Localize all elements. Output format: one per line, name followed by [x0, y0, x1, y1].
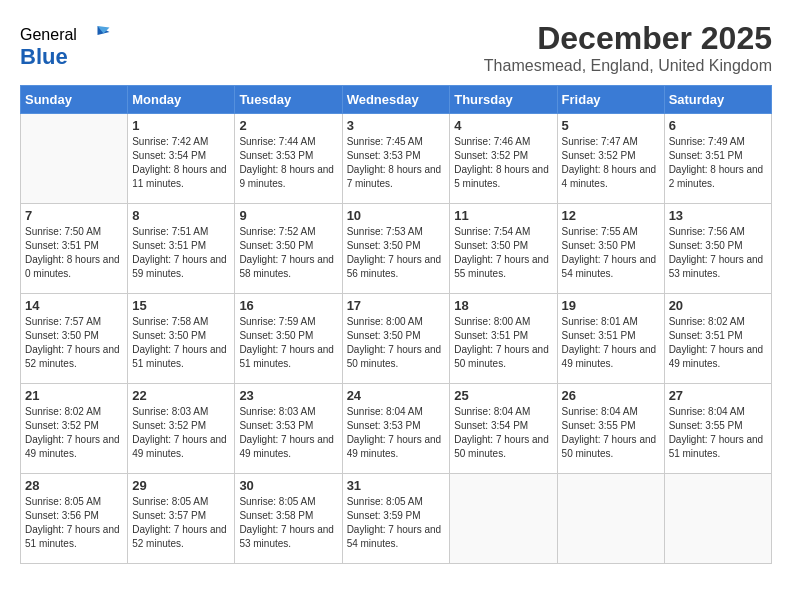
day-number: 3 [347, 118, 446, 133]
calendar-day [557, 474, 664, 564]
weekday-header-friday: Friday [557, 86, 664, 114]
logo-general: General [20, 26, 77, 44]
calendar-day: 13Sunrise: 7:56 AMSunset: 3:50 PMDayligh… [664, 204, 771, 294]
weekday-header-saturday: Saturday [664, 86, 771, 114]
calendar-day: 21Sunrise: 8:02 AMSunset: 3:52 PMDayligh… [21, 384, 128, 474]
calendar-week-4: 21Sunrise: 8:02 AMSunset: 3:52 PMDayligh… [21, 384, 772, 474]
day-number: 9 [239, 208, 337, 223]
weekday-header-monday: Monday [128, 86, 235, 114]
day-number: 6 [669, 118, 767, 133]
day-number: 31 [347, 478, 446, 493]
calendar-day: 24Sunrise: 8:04 AMSunset: 3:53 PMDayligh… [342, 384, 450, 474]
day-info: Sunrise: 8:04 AMSunset: 3:55 PMDaylight:… [669, 405, 767, 461]
calendar-week-2: 7Sunrise: 7:50 AMSunset: 3:51 PMDaylight… [21, 204, 772, 294]
logo: General Blue [20, 20, 111, 70]
title-section: December 2025 Thamesmead, England, Unite… [484, 20, 772, 75]
day-number: 18 [454, 298, 552, 313]
day-info: Sunrise: 8:05 AMSunset: 3:59 PMDaylight:… [347, 495, 446, 551]
day-info: Sunrise: 8:03 AMSunset: 3:53 PMDaylight:… [239, 405, 337, 461]
day-number: 28 [25, 478, 123, 493]
day-number: 7 [25, 208, 123, 223]
day-info: Sunrise: 8:02 AMSunset: 3:51 PMDaylight:… [669, 315, 767, 371]
day-info: Sunrise: 8:00 AMSunset: 3:50 PMDaylight:… [347, 315, 446, 371]
calendar-day: 23Sunrise: 8:03 AMSunset: 3:53 PMDayligh… [235, 384, 342, 474]
calendar-day: 27Sunrise: 8:04 AMSunset: 3:55 PMDayligh… [664, 384, 771, 474]
calendar-day: 7Sunrise: 7:50 AMSunset: 3:51 PMDaylight… [21, 204, 128, 294]
weekday-header-wednesday: Wednesday [342, 86, 450, 114]
calendar-day: 8Sunrise: 7:51 AMSunset: 3:51 PMDaylight… [128, 204, 235, 294]
calendar-day: 11Sunrise: 7:54 AMSunset: 3:50 PMDayligh… [450, 204, 557, 294]
day-number: 27 [669, 388, 767, 403]
calendar-day: 10Sunrise: 7:53 AMSunset: 3:50 PMDayligh… [342, 204, 450, 294]
calendar-day: 12Sunrise: 7:55 AMSunset: 3:50 PMDayligh… [557, 204, 664, 294]
calendar-day: 14Sunrise: 7:57 AMSunset: 3:50 PMDayligh… [21, 294, 128, 384]
calendar-day: 20Sunrise: 8:02 AMSunset: 3:51 PMDayligh… [664, 294, 771, 384]
calendar-day: 25Sunrise: 8:04 AMSunset: 3:54 PMDayligh… [450, 384, 557, 474]
calendar-day: 18Sunrise: 8:00 AMSunset: 3:51 PMDayligh… [450, 294, 557, 384]
logo-bird-icon [81, 20, 111, 50]
calendar-day: 2Sunrise: 7:44 AMSunset: 3:53 PMDaylight… [235, 114, 342, 204]
day-info: Sunrise: 7:53 AMSunset: 3:50 PMDaylight:… [347, 225, 446, 281]
calendar-week-3: 14Sunrise: 7:57 AMSunset: 3:50 PMDayligh… [21, 294, 772, 384]
day-number: 19 [562, 298, 660, 313]
day-info: Sunrise: 8:04 AMSunset: 3:53 PMDaylight:… [347, 405, 446, 461]
calendar-day [450, 474, 557, 564]
day-info: Sunrise: 7:51 AMSunset: 3:51 PMDaylight:… [132, 225, 230, 281]
weekday-header-tuesday: Tuesday [235, 86, 342, 114]
calendar-day: 9Sunrise: 7:52 AMSunset: 3:50 PMDaylight… [235, 204, 342, 294]
weekday-header-thursday: Thursday [450, 86, 557, 114]
day-info: Sunrise: 7:47 AMSunset: 3:52 PMDaylight:… [562, 135, 660, 191]
day-info: Sunrise: 8:03 AMSunset: 3:52 PMDaylight:… [132, 405, 230, 461]
calendar-week-5: 28Sunrise: 8:05 AMSunset: 3:56 PMDayligh… [21, 474, 772, 564]
calendar-day: 6Sunrise: 7:49 AMSunset: 3:51 PMDaylight… [664, 114, 771, 204]
calendar-day: 19Sunrise: 8:01 AMSunset: 3:51 PMDayligh… [557, 294, 664, 384]
day-info: Sunrise: 7:46 AMSunset: 3:52 PMDaylight:… [454, 135, 552, 191]
day-number: 8 [132, 208, 230, 223]
day-info: Sunrise: 7:45 AMSunset: 3:53 PMDaylight:… [347, 135, 446, 191]
day-number: 12 [562, 208, 660, 223]
day-number: 21 [25, 388, 123, 403]
calendar-day: 22Sunrise: 8:03 AMSunset: 3:52 PMDayligh… [128, 384, 235, 474]
day-number: 11 [454, 208, 552, 223]
calendar-day: 5Sunrise: 7:47 AMSunset: 3:52 PMDaylight… [557, 114, 664, 204]
day-number: 14 [25, 298, 123, 313]
calendar-day: 31Sunrise: 8:05 AMSunset: 3:59 PMDayligh… [342, 474, 450, 564]
day-info: Sunrise: 7:57 AMSunset: 3:50 PMDaylight:… [25, 315, 123, 371]
calendar-week-1: 1Sunrise: 7:42 AMSunset: 3:54 PMDaylight… [21, 114, 772, 204]
day-info: Sunrise: 8:04 AMSunset: 3:54 PMDaylight:… [454, 405, 552, 461]
day-info: Sunrise: 7:44 AMSunset: 3:53 PMDaylight:… [239, 135, 337, 191]
weekday-header-sunday: Sunday [21, 86, 128, 114]
day-number: 30 [239, 478, 337, 493]
day-info: Sunrise: 8:04 AMSunset: 3:55 PMDaylight:… [562, 405, 660, 461]
day-info: Sunrise: 8:01 AMSunset: 3:51 PMDaylight:… [562, 315, 660, 371]
day-info: Sunrise: 7:55 AMSunset: 3:50 PMDaylight:… [562, 225, 660, 281]
calendar-day: 16Sunrise: 7:59 AMSunset: 3:50 PMDayligh… [235, 294, 342, 384]
day-info: Sunrise: 7:52 AMSunset: 3:50 PMDaylight:… [239, 225, 337, 281]
calendar-day: 15Sunrise: 7:58 AMSunset: 3:50 PMDayligh… [128, 294, 235, 384]
day-info: Sunrise: 8:05 AMSunset: 3:56 PMDaylight:… [25, 495, 123, 551]
month-year-title: December 2025 [484, 20, 772, 57]
day-number: 4 [454, 118, 552, 133]
logo-blue: Blue [20, 44, 68, 70]
calendar-day: 3Sunrise: 7:45 AMSunset: 3:53 PMDaylight… [342, 114, 450, 204]
day-number: 16 [239, 298, 337, 313]
location-subtitle: Thamesmead, England, United Kingdom [484, 57, 772, 75]
day-number: 20 [669, 298, 767, 313]
day-info: Sunrise: 7:56 AMSunset: 3:50 PMDaylight:… [669, 225, 767, 281]
day-info: Sunrise: 8:05 AMSunset: 3:58 PMDaylight:… [239, 495, 337, 551]
calendar-day: 30Sunrise: 8:05 AMSunset: 3:58 PMDayligh… [235, 474, 342, 564]
day-number: 26 [562, 388, 660, 403]
calendar-day [664, 474, 771, 564]
calendar-day: 1Sunrise: 7:42 AMSunset: 3:54 PMDaylight… [128, 114, 235, 204]
calendar-day [21, 114, 128, 204]
day-number: 13 [669, 208, 767, 223]
day-number: 15 [132, 298, 230, 313]
day-number: 1 [132, 118, 230, 133]
day-number: 25 [454, 388, 552, 403]
day-number: 22 [132, 388, 230, 403]
day-number: 29 [132, 478, 230, 493]
day-number: 10 [347, 208, 446, 223]
day-info: Sunrise: 7:49 AMSunset: 3:51 PMDaylight:… [669, 135, 767, 191]
day-number: 17 [347, 298, 446, 313]
calendar-day: 28Sunrise: 8:05 AMSunset: 3:56 PMDayligh… [21, 474, 128, 564]
